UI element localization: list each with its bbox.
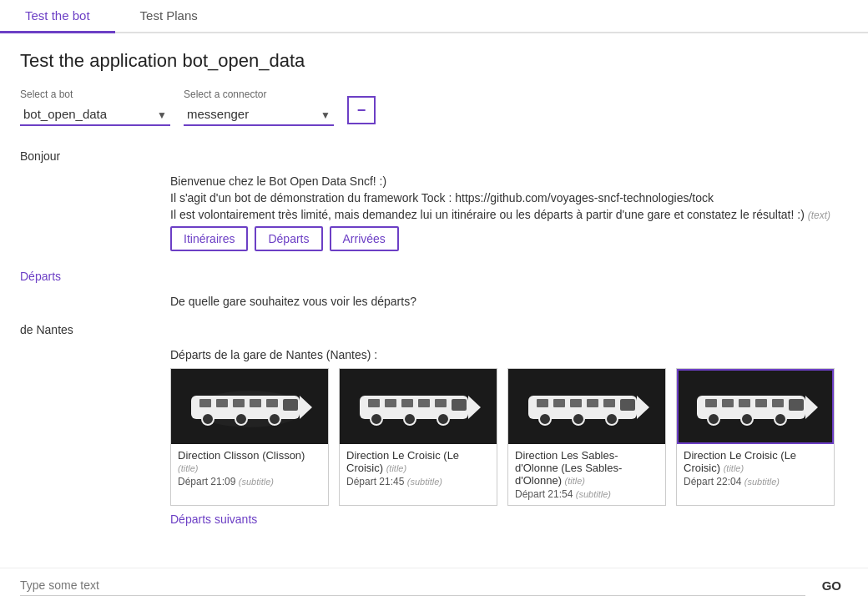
bot-question: De quelle gare souhaitez vous voir les d… — [170, 295, 848, 311]
train-icon-3 — [520, 377, 654, 436]
bot-select-label: Select a bot — [20, 88, 170, 100]
svg-point-42 — [741, 413, 753, 425]
card-4-body: Direction Le Croisic (Le Croisic) (title… — [677, 444, 834, 492]
card-1: Direction Clisson (Clisson) (title) Dépa… — [170, 368, 329, 506]
card-4-title: Direction Le Croisic (Le Croisic) (title… — [684, 449, 827, 474]
quick-reply-arrivees[interactable]: Arrivées — [330, 226, 399, 251]
tab-test-bot[interactable]: Test the bot — [0, 0, 115, 33]
card-1-subtitle: Départ 21:09 (subtitle) — [178, 476, 321, 487]
minus-icon: − — [357, 102, 366, 119]
svg-rect-21 — [385, 399, 396, 407]
svg-point-6 — [235, 413, 247, 425]
bot-response-welcome: Bienvenue chez le Bot Open Data Sncf! :)… — [170, 174, 848, 258]
quick-reply-itineraires[interactable]: Itinéraires — [170, 226, 248, 251]
svg-point-17 — [371, 413, 382, 425]
bot-departs-answer: Départs de la gare de Nantes (Nantes) : — [170, 348, 848, 529]
card-1-title-label: (title) — [178, 463, 198, 473]
tab-test-plans[interactable]: Test Plans — [115, 0, 223, 33]
quick-reply-departs[interactable]: Départs — [255, 226, 322, 251]
bot-select[interactable]: bot_open_data — [20, 104, 170, 126]
svg-rect-28 — [620, 399, 635, 411]
svg-rect-34 — [570, 399, 582, 407]
card-2-title: Direction Le Croisic (Le Croisic) (title… — [346, 449, 490, 474]
svg-rect-48 — [772, 399, 784, 407]
card-2-image — [340, 369, 497, 444]
svg-rect-11 — [250, 399, 261, 407]
bot-line-1: Bienvenue chez le Bot Open Data Sncf! :) — [170, 174, 848, 188]
card-2-subtitle-label: (subtitle) — [407, 477, 442, 487]
bot-select-wrapper: bot_open_data ▼ — [20, 104, 170, 126]
svg-rect-47 — [755, 399, 767, 407]
svg-rect-24 — [435, 399, 447, 407]
svg-rect-32 — [537, 399, 548, 407]
svg-rect-33 — [553, 399, 565, 407]
svg-point-29 — [539, 413, 551, 425]
svg-point-7 — [269, 413, 280, 425]
card-2-title-label: (title) — [386, 463, 406, 473]
card-1-title: Direction Clisson (Clisson) (title) — [178, 449, 321, 474]
quick-replies: Itinéraires Départs Arrivées — [170, 226, 848, 251]
card-4-image — [677, 369, 834, 444]
card-1-image — [171, 369, 328, 444]
card-1-body: Direction Clisson (Clisson) (title) Dépa… — [171, 444, 328, 492]
svg-rect-22 — [401, 399, 413, 407]
svg-rect-9 — [216, 399, 228, 407]
svg-rect-23 — [418, 399, 430, 407]
card-3: Direction Les Sables-d'Olonne (Les Sable… — [507, 368, 666, 506]
bot-line-2: Il s'agit d'un bot de démonstration du f… — [170, 191, 848, 205]
bot-question-text: De quelle gare souhaitez vous voir les d… — [170, 295, 848, 308]
card-3-subtitle-label: (subtitle) — [576, 489, 611, 499]
departs-suivants-button[interactable]: Départs suivants — [170, 509, 257, 529]
train-icon-1 — [183, 377, 316, 436]
svg-point-31 — [606, 413, 618, 425]
svg-rect-46 — [739, 399, 750, 407]
bot-line-3: Il est volontairement très limité, mais … — [170, 208, 848, 221]
card-1-subtitle-label: (subtitle) — [239, 477, 274, 487]
svg-point-19 — [437, 413, 449, 425]
svg-point-5 — [202, 413, 214, 425]
chat-area: Bonjour Bienvenue chez le Bot Open Data … — [20, 146, 848, 529]
cards-carousel: Direction Clisson (Clisson) (title) Dépa… — [170, 368, 848, 506]
card-3-title-label: (title) — [565, 476, 585, 486]
svg-rect-40 — [789, 399, 804, 411]
card-4-subtitle: Départ 22:04 (subtitle) — [684, 476, 827, 487]
main-content: Test the application bot_open_data Selec… — [0, 33, 868, 546]
icon-action-button[interactable]: − — [347, 96, 376, 124]
selectors-row: Select a bot bot_open_data ▼ Select a co… — [20, 88, 848, 126]
card-3-title: Direction Les Sables-d'Olonne (Les Sable… — [515, 449, 659, 487]
card-2-subtitle: Départ 21:45 (subtitle) — [346, 476, 490, 487]
card-4-subtitle-label: (subtitle) — [744, 477, 780, 487]
svg-rect-8 — [199, 399, 211, 407]
svg-rect-10 — [233, 399, 245, 407]
user-message-denantes: de Nantes — [20, 320, 73, 340]
text-label: (text) — [808, 210, 830, 221]
go-button[interactable]: GO — [815, 575, 848, 596]
svg-rect-4 — [283, 399, 298, 411]
svg-point-18 — [404, 413, 416, 425]
svg-rect-45 — [722, 399, 734, 407]
user-message-bonjour: Bonjour — [20, 146, 60, 166]
svg-rect-16 — [452, 399, 467, 411]
chat-text-input[interactable] — [20, 575, 805, 596]
input-area: GO — [0, 568, 868, 606]
connector-select-label: Select a connector — [184, 88, 334, 100]
card-4: Direction Le Croisic (Le Croisic) (title… — [676, 368, 835, 506]
bot-answer-prefix: Départs de la gare de Nantes (Nantes) : — [170, 348, 848, 361]
train-icon-2 — [351, 377, 485, 436]
user-message-departs: Départs — [20, 266, 848, 286]
svg-rect-44 — [705, 399, 717, 407]
train-icon-4 — [689, 377, 822, 436]
svg-rect-36 — [603, 399, 615, 407]
svg-rect-20 — [368, 399, 380, 407]
card-3-subtitle: Départ 21:54 (subtitle) — [515, 488, 659, 500]
card-2-body: Direction Le Croisic (Le Croisic) (title… — [340, 444, 497, 492]
svg-rect-35 — [587, 399, 598, 407]
tabs-bar: Test the bot Test Plans — [0, 0, 868, 33]
connector-select[interactable]: messenger — [184, 104, 334, 126]
svg-point-30 — [573, 413, 584, 425]
svg-rect-12 — [266, 399, 278, 407]
bot-select-group: Select a bot bot_open_data ▼ — [20, 88, 170, 126]
page-title: Test the application bot_open_data — [20, 50, 848, 72]
card-3-image — [508, 369, 665, 444]
card-4-title-label: (title) — [724, 463, 744, 473]
